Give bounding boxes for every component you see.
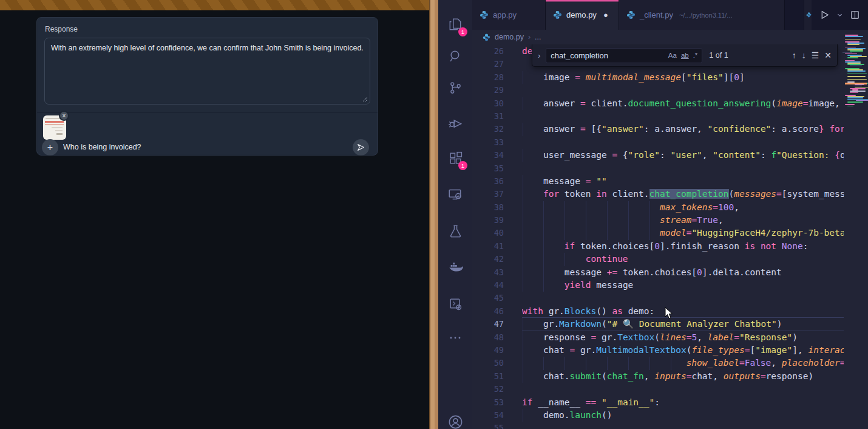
python-file-icon <box>626 10 636 19</box>
chat-input[interactable]: Who is being invoiced? <box>63 143 141 151</box>
code-line[interactable]: stream=True, <box>522 214 844 227</box>
code-line[interactable]: chat = gr.MultimodalTextbox(file_types=[… <box>522 344 844 357</box>
code-line[interactable]: response = gr.Textbox(lines=5, label="Re… <box>522 331 844 344</box>
attach-file-button[interactable]: + <box>42 139 58 156</box>
line-number: 38 <box>472 201 522 214</box>
dirty-indicator[interactable]: ● <box>603 10 608 19</box>
dev-container-icon[interactable] <box>438 288 472 320</box>
explorer-badge: 1 <box>458 27 467 36</box>
account-icon[interactable] <box>438 406 472 429</box>
code-line[interactable]: if __name__ == "__main__": <box>522 396 844 409</box>
resize-handle-icon[interactable] <box>362 97 368 102</box>
find-widget: › chat_completion Aa ab .* 1 of 1 ↑ ↓ ☰ … <box>532 44 838 67</box>
previous-match-button[interactable]: ↑ <box>792 50 796 60</box>
more-views-icon[interactable] <box>438 322 472 354</box>
code-line[interactable] <box>522 110 844 123</box>
tab-label: app.py <box>493 10 517 19</box>
line-number: 48 <box>472 331 522 344</box>
find-query[interactable]: chat_completion <box>551 51 663 60</box>
code-line[interactable]: yield message <box>522 279 844 292</box>
python-file-icon <box>480 10 489 19</box>
tab-overflow-sliver[interactable] <box>804 0 812 30</box>
regex-toggle[interactable]: .* <box>693 52 698 59</box>
toggle-replace-chevron-icon[interactable]: › <box>538 51 540 60</box>
send-button[interactable] <box>353 139 369 156</box>
remote-explorer-icon[interactable] <box>438 179 472 210</box>
line-number: 47 <box>472 318 522 331</box>
search-icon[interactable] <box>438 40 472 72</box>
find-input[interactable]: chat_completion Aa ab .* <box>546 48 702 63</box>
code-line[interactable]: with gr.Blocks() as demo: <box>522 305 844 318</box>
code-line[interactable] <box>522 136 844 149</box>
find-match-count: 1 of 1 <box>709 51 728 60</box>
line-number: 51 <box>472 370 522 383</box>
code-line[interactable]: chat.submit(chat_fn, inputs=chat, output… <box>522 370 844 383</box>
gradio-card: Response With an extremely high level of… <box>36 17 378 156</box>
breadcrumb[interactable]: demo.py › ... <box>472 30 868 44</box>
close-find-button[interactable]: ✕ <box>824 50 832 60</box>
extensions-badge: 1 <box>458 161 467 170</box>
run-button[interactable] <box>819 10 830 20</box>
code-line[interactable]: answer = client.document_question_answer… <box>522 97 844 110</box>
line-number: 53 <box>472 396 522 409</box>
code-line[interactable] <box>522 84 844 97</box>
code-line[interactable]: user_message = {"role": "user", "content… <box>522 149 844 162</box>
code-line[interactable] <box>522 162 844 175</box>
minimap[interactable] <box>845 35 868 114</box>
code-area[interactable]: def chat_fn(multimodal_message): image =… <box>522 45 844 429</box>
send-icon <box>357 143 365 151</box>
code-line[interactable] <box>522 383 844 396</box>
line-number: 29 <box>472 84 522 97</box>
code-line[interactable] <box>522 292 844 304</box>
tab-client-py[interactable]: _client.py ~/.../python3.11/... <box>619 0 785 30</box>
response-textarea[interactable]: With an extremely high level of confiden… <box>44 38 370 105</box>
code-line[interactable]: continue <box>522 253 844 266</box>
whole-word-toggle[interactable]: ab <box>681 52 689 59</box>
code-line[interactable]: message = "" <box>522 175 844 188</box>
line-number-gutter: 2627282930313233343536373839404142434445… <box>472 45 522 429</box>
gradio-app-window: Response With an extremely high level of… <box>0 0 429 429</box>
line-number: 36 <box>472 175 522 188</box>
source-control-icon[interactable] <box>438 72 472 103</box>
testing-icon[interactable] <box>438 215 472 247</box>
line-number: 54 <box>472 409 522 422</box>
tab-app-py[interactable]: app.py <box>472 0 546 30</box>
code-line[interactable]: message += token.choices[0].delta.conten… <box>522 266 844 279</box>
line-number: 26 <box>472 45 522 58</box>
code-line[interactable]: demo.launch() <box>522 409 844 422</box>
code-line[interactable]: answer = [{"answer": a.answer, "confiden… <box>522 123 844 136</box>
line-number: 55 <box>472 422 522 429</box>
code-line[interactable]: gr.Markdown("# 🔍 Document Analyzer Chatb… <box>522 318 844 331</box>
split-editor-button[interactable] <box>850 10 860 20</box>
python-file-icon <box>806 10 812 19</box>
breadcrumb-file[interactable]: demo.py <box>495 33 524 41</box>
code-line[interactable]: for token in client.chat_completion(mess… <box>522 188 844 201</box>
run-dropdown-chevron-icon[interactable] <box>836 12 843 18</box>
line-number: 44 <box>472 279 522 292</box>
line-number: 52 <box>472 383 522 396</box>
tab-demo-py[interactable]: demo.py ● <box>546 0 619 30</box>
tab-label: _client.py <box>640 10 673 19</box>
extensions-icon[interactable]: 1 <box>438 142 472 174</box>
line-number: 43 <box>472 266 522 279</box>
code-line[interactable]: max_tokens=100, <box>522 201 844 214</box>
desktop-wallpaper-strip <box>429 0 438 429</box>
code-line[interactable]: show_label=False, placeholder="" <box>522 357 844 369</box>
code-line[interactable]: if token.choices[0].finish_reason is not… <box>522 240 844 253</box>
tab-description: ~/.../python3.11/... <box>679 12 733 19</box>
run-debug-icon[interactable] <box>438 107 472 139</box>
line-number: 39 <box>472 214 522 227</box>
match-case-toggle[interactable]: Aa <box>668 52 677 59</box>
explorer-icon[interactable]: 1 <box>438 9 472 40</box>
code-line[interactable]: image = multimodal_message["files"][0] <box>522 71 844 84</box>
find-in-selection-button[interactable]: ☰ <box>812 50 819 60</box>
code-line[interactable]: model="HuggingFaceH4/zephyr-7b-beta"): <box>522 227 844 239</box>
code-editor[interactable]: 2627282930313233343536373839404142434445… <box>472 44 868 429</box>
screen: Response With an extremely high level of… <box>0 0 868 429</box>
next-match-button[interactable]: ↓ <box>802 50 806 60</box>
docker-icon[interactable] <box>438 252 472 283</box>
remove-image-button[interactable]: × <box>59 111 69 121</box>
tab-label: demo.py <box>566 10 597 19</box>
breadcrumb-symbol[interactable]: ... <box>535 33 541 41</box>
code-line[interactable] <box>522 422 844 429</box>
